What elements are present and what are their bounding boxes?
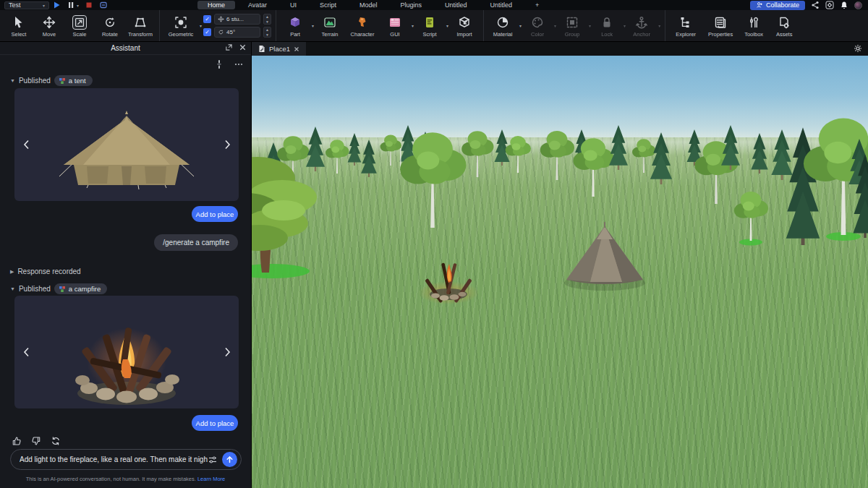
scale-tool-button[interactable]: Scale <box>65 14 94 38</box>
menu-home[interactable]: Home <box>197 1 235 9</box>
properties-icon <box>713 15 728 30</box>
snap-rotate-text: 45° <box>226 29 235 35</box>
tool-label: Toolbox <box>744 31 763 38</box>
select-tool-button[interactable]: Select <box>4 14 33 38</box>
snap-move-checkbox[interactable]: ✓ <box>203 15 211 23</box>
send-button[interactable] <box>222 452 237 467</box>
carousel-next-button[interactable] <box>221 346 233 358</box>
rotate-tool-button[interactable]: Rotate <box>95 14 124 38</box>
terrain-button[interactable]: Terrain <box>315 14 344 38</box>
geometric-mode-button[interactable]: Geometric <box>164 14 197 38</box>
menu-untitled-1[interactable]: Untitled <box>435 1 477 9</box>
snap-rotate-checkbox[interactable]: ✓ <box>203 28 211 36</box>
tool-label: Character <box>351 31 375 38</box>
menu-bar: Home Avatar UI Script Model Plugins Unti… <box>197 1 549 9</box>
properties-button[interactable]: Properties <box>703 14 738 38</box>
tool-group-transform: Select Move Scale Rotate Transform <box>0 10 159 41</box>
menu-model[interactable]: Model <box>349 1 388 9</box>
tool-group-insert: Part ▾ Terrain Character GUI ▾ Script ▾ … <box>276 10 483 41</box>
gui-button[interactable]: GUI <box>380 14 409 38</box>
script-button[interactable]: Script <box>415 14 444 38</box>
published-row-tent[interactable]: ▼ Published a tent <box>10 75 93 86</box>
pause-button[interactable]: ▾ <box>64 1 82 9</box>
move-icon <box>218 16 224 22</box>
regenerate-icon[interactable] <box>51 436 61 446</box>
chevron-down-icon[interactable]: ▾ <box>312 23 314 28</box>
menu-script[interactable]: Script <box>310 1 346 9</box>
campfire-chip[interactable]: a campfire <box>54 283 107 294</box>
tool-group-edit: Material ▾ Color ▾ Group ▾ Lock ▾ Anchor… <box>483 10 665 41</box>
menu-untitled-2[interactable]: Untitled <box>480 1 522 9</box>
user-avatar[interactable] <box>854 1 862 9</box>
response-recorded-row[interactable]: ▶ Response recorded <box>10 267 81 275</box>
learn-more-link[interactable]: Learn More <box>197 476 225 482</box>
carousel-prev-button[interactable] <box>20 139 32 150</box>
tent-chip[interactable]: a tent <box>54 75 93 86</box>
select-cursor-icon <box>12 15 26 30</box>
assistant-panel: Assistant ▼ Published a tent <box>0 42 252 488</box>
assets-button[interactable]: Assets <box>770 14 799 38</box>
tool-label: Assets <box>776 31 793 38</box>
input-settings-icon[interactable] <box>208 455 218 465</box>
published-row-campfire[interactable]: ▼ Published a campfire <box>10 283 107 294</box>
tool-label: Lock <box>601 31 613 38</box>
character-button[interactable]: Character <box>346 14 379 38</box>
close-icon[interactable] <box>294 46 299 52</box>
chevron-down-icon[interactable]: ▾ <box>519 23 522 28</box>
terrain-icon <box>323 15 337 30</box>
snap-move-stepper[interactable]: ▲▼ <box>263 14 271 25</box>
snap-rotate-value[interactable]: 45° <box>214 27 260 38</box>
material-button[interactable]: Material <box>488 14 517 38</box>
popout-icon[interactable] <box>225 43 233 51</box>
ribbon-toolbar: Select Move Scale Rotate Transform Geome… <box>0 10 868 42</box>
tab-place1[interactable]: Place1 <box>252 42 306 56</box>
assistant-toolbar <box>215 59 244 69</box>
viewport-settings-button[interactable] <box>854 43 868 56</box>
scene-campfire[interactable] <box>418 262 479 304</box>
user-message-bubble: /generate a campfire <box>154 234 238 251</box>
move-tool-button[interactable]: Move <box>35 14 64 38</box>
stop-button[interactable] <box>82 1 96 9</box>
snap-move-value[interactable]: 6 stu... <box>214 14 260 25</box>
add-to-place-button-campfire[interactable]: Add to place <box>192 415 238 431</box>
published-label: Published <box>19 77 51 85</box>
close-icon[interactable] <box>239 43 247 51</box>
explorer-tree-icon <box>678 15 693 30</box>
add-to-place-button-tent[interactable]: Add to place <box>192 206 238 222</box>
toolbox-button[interactable]: Toolbox <box>739 14 768 38</box>
resume-button[interactable] <box>96 1 111 9</box>
menu-avatar[interactable]: Avatar <box>238 1 277 9</box>
thumbs-up-icon[interactable] <box>12 436 22 446</box>
history-icon[interactable] <box>215 59 224 69</box>
play-button[interactable] <box>49 1 64 9</box>
capture-icon[interactable] <box>825 1 834 9</box>
assistant-input[interactable]: Add light to the fireplace, like a real … <box>10 449 242 470</box>
send-arrow-icon <box>226 455 234 463</box>
carousel-prev-button[interactable] <box>20 346 32 358</box>
chevron-down-icon[interactable]: ▾ <box>412 23 414 28</box>
character-icon <box>355 15 370 30</box>
menu-plugins[interactable]: Plugins <box>390 1 432 9</box>
test-mode-select[interactable]: Test ▾ <box>4 1 49 9</box>
part-button[interactable]: Part <box>281 14 310 38</box>
notifications-bell-icon[interactable] <box>840 1 848 9</box>
more-options-icon[interactable] <box>234 59 244 69</box>
snap-rotate-stepper[interactable]: ▲▼ <box>263 27 271 38</box>
transform-tool-button[interactable]: Transform <box>126 14 155 38</box>
tool-label: Explorer <box>676 31 696 38</box>
person-plus-icon <box>756 1 763 9</box>
import-button[interactable]: Import <box>450 14 479 38</box>
scene-tent[interactable] <box>564 222 645 291</box>
viewport-3d[interactable] <box>252 56 868 488</box>
carousel-next-button[interactable] <box>221 139 233 150</box>
thumbs-down-icon[interactable] <box>31 436 41 446</box>
chevron-down-icon[interactable]: ▾ <box>200 23 202 28</box>
tool-label: Group <box>565 31 580 38</box>
collaborate-button[interactable]: Collaborate <box>750 1 805 10</box>
chevron-down-icon[interactable]: ▾ <box>446 23 448 28</box>
share-icon[interactable] <box>811 1 820 9</box>
menu-add-tab[interactable]: + <box>525 1 549 9</box>
material-sphere-icon <box>495 15 510 30</box>
explorer-button[interactable]: Explorer <box>670 14 702 38</box>
menu-ui[interactable]: UI <box>280 1 307 9</box>
